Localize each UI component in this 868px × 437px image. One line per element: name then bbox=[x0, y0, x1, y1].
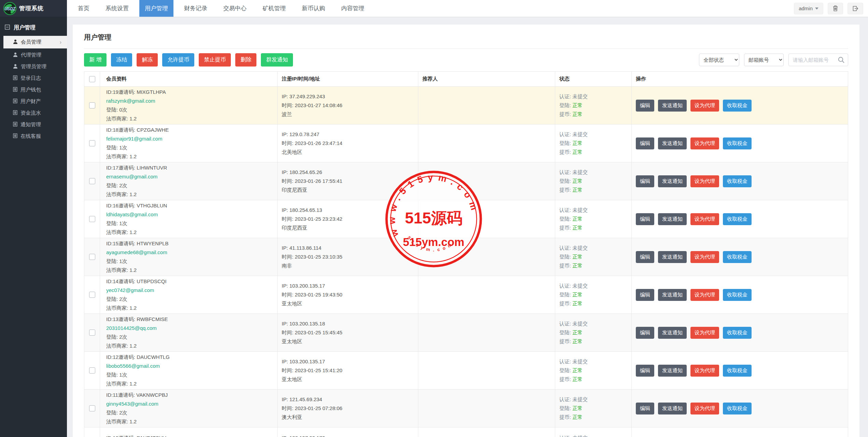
row-action-收取税金[interactable]: 收取税金 bbox=[723, 213, 752, 225]
row-checkbox[interactable] bbox=[89, 178, 95, 184]
toolbar-button-解冻[interactable]: 解冻 bbox=[137, 53, 158, 67]
user-dropdown[interactable]: admin bbox=[794, 3, 823, 14]
member-id-invite: ID:19邀请码: MIXGTLHPA bbox=[106, 88, 166, 97]
row-action-编辑[interactable]: 编辑 bbox=[636, 251, 654, 263]
toolbar-button-冻结[interactable]: 冻结 bbox=[111, 53, 132, 67]
toolbar-button-禁止提币[interactable]: 禁止提币 bbox=[199, 53, 231, 67]
member-email-link[interactable]: 2031014425@qq.com bbox=[106, 324, 168, 333]
member-email-link[interactable]: ginny4543@gmail.com bbox=[106, 399, 168, 408]
doc-icon bbox=[13, 99, 17, 104]
status-login: 登陆: 正常 bbox=[559, 139, 588, 148]
row-action-编辑[interactable]: 编辑 bbox=[636, 175, 654, 187]
sidebar-item-资金流水[interactable]: 资金流水 bbox=[0, 107, 67, 119]
row-checkbox[interactable] bbox=[89, 102, 95, 108]
row-action-收取税金[interactable]: 收取税金 bbox=[723, 137, 752, 149]
row-action-发送通知[interactable]: 发送通知 bbox=[658, 403, 687, 414]
row-action-编辑[interactable]: 编辑 bbox=[636, 289, 654, 301]
nav-tab-首页[interactable]: 首页 bbox=[72, 0, 95, 17]
member-email-link[interactable]: libobo5566@gmail.com bbox=[106, 362, 170, 370]
nav-tab-交易中心[interactable]: 交易中心 bbox=[218, 0, 252, 17]
row-action-编辑[interactable]: 编辑 bbox=[636, 100, 654, 112]
nav-tab-财务记录[interactable]: 财务记录 bbox=[179, 0, 213, 17]
member-fiat-merchant: 法币商家: 1.2 bbox=[106, 379, 170, 388]
row-action-发送通知[interactable]: 发送通知 bbox=[658, 289, 687, 301]
trash-button[interactable] bbox=[828, 3, 843, 14]
svg-text:USDZ: USDZ bbox=[4, 6, 16, 11]
row-checkbox[interactable] bbox=[89, 254, 95, 260]
sidebar-item-在线客服[interactable]: 在线客服 bbox=[0, 130, 67, 142]
row-action-收取税金[interactable]: 收取税金 bbox=[723, 100, 752, 112]
sidebar-item-代理管理[interactable]: 代理管理 bbox=[0, 49, 67, 61]
row-action-收取税金[interactable]: 收取税金 bbox=[723, 327, 752, 339]
row-action-收取税金[interactable]: 收取税金 bbox=[723, 365, 752, 377]
row-action-收取税金[interactable]: 收取税金 bbox=[723, 251, 752, 263]
row-action-设为代理[interactable]: 设为代理 bbox=[690, 213, 719, 225]
row-action-编辑[interactable]: 编辑 bbox=[636, 403, 654, 414]
main-menu: 首页系统设置用户管理财务记录交易中心矿机管理新币认购内容管理 bbox=[72, 0, 375, 17]
status-auth: 认证: 未提交 bbox=[559, 92, 588, 101]
row-action-发送通知[interactable]: 发送通知 bbox=[658, 100, 687, 112]
member-email-link[interactable]: ayagumede68@gmail.com bbox=[106, 248, 169, 257]
nav-tab-矿机管理[interactable]: 矿机管理 bbox=[257, 0, 291, 17]
row-action-收取税金[interactable]: 收取税金 bbox=[723, 175, 752, 187]
select-all-checkbox[interactable] bbox=[89, 76, 95, 82]
sidebar-item-管理员管理[interactable]: 管理员管理 bbox=[0, 61, 67, 72]
row-checkbox[interactable] bbox=[89, 405, 95, 411]
member-fiat-merchant: 法币商家: 1.2 bbox=[106, 417, 168, 426]
sidebar-item-通知管理[interactable]: 通知管理 bbox=[0, 119, 67, 130]
row-action-发送通知[interactable]: 发送通知 bbox=[658, 327, 687, 339]
row-action-设为代理[interactable]: 设为代理 bbox=[690, 327, 719, 339]
status-filter-select[interactable]: 全部状态 bbox=[699, 54, 739, 66]
toolbar-button-群发通知[interactable]: 群发通知 bbox=[261, 53, 293, 67]
row-checkbox[interactable] bbox=[89, 216, 95, 222]
row-action-发送通知[interactable]: 发送通知 bbox=[658, 251, 687, 263]
nav-tab-内容管理[interactable]: 内容管理 bbox=[336, 0, 370, 17]
member-email-link[interactable]: felixmajor91@gmail.com bbox=[106, 134, 169, 143]
logout-button[interactable] bbox=[848, 3, 863, 14]
search-icon[interactable] bbox=[838, 56, 845, 65]
search-field-select[interactable]: 邮箱账号 bbox=[744, 54, 784, 66]
row-action-收取税金[interactable]: 收取税金 bbox=[723, 289, 752, 301]
toolbar-button-删除[interactable]: 删除 bbox=[235, 53, 256, 67]
row-action-收取税金[interactable]: 收取税金 bbox=[723, 403, 752, 414]
row-action-设为代理[interactable]: 设为代理 bbox=[690, 403, 719, 414]
sidebar-section-header[interactable]: 用户管理 bbox=[0, 17, 67, 36]
status-auth: 认证: 未提交 bbox=[559, 168, 588, 177]
nav-tab-用户管理[interactable]: 用户管理 bbox=[139, 0, 173, 17]
sidebar-item-会员管理[interactable]: 会员管理› bbox=[3, 36, 67, 48]
row-action-设为代理[interactable]: 设为代理 bbox=[690, 137, 719, 149]
row-action-编辑[interactable]: 编辑 bbox=[636, 365, 654, 377]
member-email-link[interactable]: ldhidayats@gmail.com bbox=[106, 210, 167, 219]
member-email-link[interactable]: ernasemu@gmail.com bbox=[106, 172, 167, 181]
register-ip: IP: 180.254.65.26 bbox=[282, 168, 342, 177]
row-checkbox[interactable] bbox=[89, 140, 95, 146]
row-action-设为代理[interactable]: 设为代理 bbox=[690, 100, 719, 112]
brand-title: 管理系统 bbox=[19, 4, 44, 12]
status-auth: 认证: 未提交 bbox=[559, 206, 588, 215]
nav-tab-系统设置[interactable]: 系统设置 bbox=[100, 0, 134, 17]
sidebar-item-用户财产[interactable]: 用户财产 bbox=[0, 96, 67, 107]
row-action-发送通知[interactable]: 发送通知 bbox=[658, 213, 687, 225]
row-action-编辑[interactable]: 编辑 bbox=[636, 327, 654, 339]
row-action-编辑[interactable]: 编辑 bbox=[636, 213, 654, 225]
member-email-link[interactable]: yec0742@gmail.com bbox=[106, 286, 167, 295]
row-action-发送通知[interactable]: 发送通知 bbox=[658, 365, 687, 377]
row-action-发送通知[interactable]: 发送通知 bbox=[658, 137, 687, 149]
row-action-编辑[interactable]: 编辑 bbox=[636, 137, 654, 149]
row-action-发送通知[interactable]: 发送通知 bbox=[658, 175, 687, 187]
toolbar-button-新增[interactable]: 新 增 bbox=[84, 53, 107, 67]
member-email-link[interactable]: rafszymk@gmail.com bbox=[106, 97, 166, 105]
row-action-设为代理[interactable]: 设为代理 bbox=[690, 289, 719, 301]
row-checkbox[interactable] bbox=[89, 330, 95, 336]
nav-tab-新币认购[interactable]: 新币认购 bbox=[296, 0, 331, 17]
row-action-设为代理[interactable]: 设为代理 bbox=[690, 365, 719, 377]
row-action-设为代理[interactable]: 设为代理 bbox=[690, 251, 719, 263]
sidebar-item-用户钱包[interactable]: 用户钱包 bbox=[0, 84, 67, 96]
row-action-设为代理[interactable]: 设为代理 bbox=[690, 175, 719, 187]
row-checkbox[interactable] bbox=[89, 292, 95, 298]
sidebar-item-登录日志[interactable]: 登录日志 bbox=[0, 72, 67, 84]
member-login-count: 登陆: 1次 bbox=[106, 143, 169, 152]
table-row: ID:13邀请码: RWBFCMISE2031014425@qq.com登陆: … bbox=[84, 314, 848, 352]
row-checkbox[interactable] bbox=[89, 367, 95, 374]
toolbar-button-允许提币[interactable]: 允许提币 bbox=[162, 53, 194, 67]
